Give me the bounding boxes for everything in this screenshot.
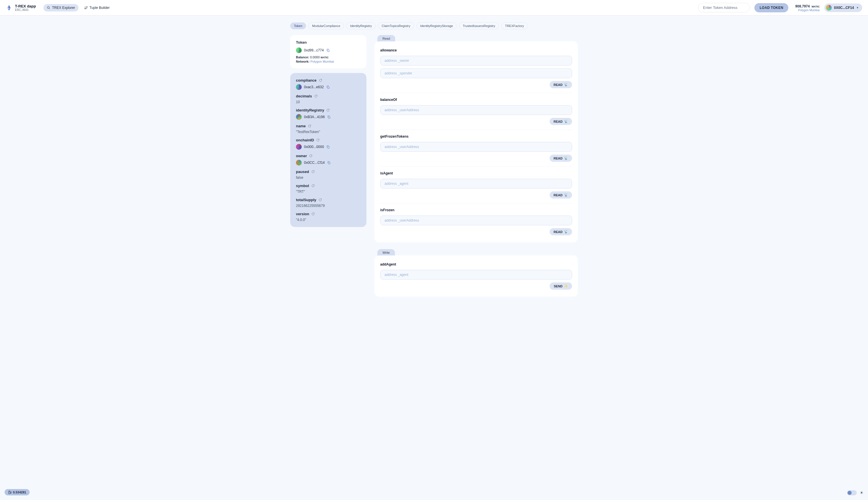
property-name: name bbox=[296, 124, 361, 128]
property-value: 0x0CC...Cf14 bbox=[296, 160, 361, 166]
token-address-row: 0xd99...c774 bbox=[296, 47, 361, 53]
property-decimals: decimals10 bbox=[296, 94, 361, 104]
address-row: 0xB3A...4196 bbox=[296, 114, 361, 120]
refresh-icon[interactable] bbox=[319, 198, 322, 202]
refresh-icon[interactable] bbox=[311, 170, 315, 173]
balance-unit: MATIC bbox=[812, 5, 820, 8]
load-token-button[interactable]: LOAD TOKEN bbox=[754, 3, 788, 12]
nav-label: Tuple Builder bbox=[89, 6, 110, 10]
param-input[interactable] bbox=[380, 142, 572, 152]
identicon-icon bbox=[826, 5, 832, 11]
nav-trex-explorer[interactable]: TREX Explorer bbox=[43, 4, 78, 11]
param-input[interactable] bbox=[380, 270, 572, 280]
tab-trexfactory[interactable]: TREXFactory bbox=[501, 22, 528, 29]
refresh-icon[interactable] bbox=[308, 124, 311, 128]
write-functions-card: addAgentSEND✨ bbox=[375, 255, 578, 297]
tab-token[interactable]: Token bbox=[290, 22, 306, 29]
read-button[interactable]: READ📡 bbox=[549, 228, 572, 235]
property-value: 292166225555679 bbox=[296, 204, 361, 208]
read-button[interactable]: READ📡 bbox=[549, 191, 572, 198]
gas-price-badge[interactable]: 0.534281 bbox=[4, 489, 30, 496]
read-button[interactable]: READ📡 bbox=[549, 118, 572, 125]
param-input[interactable] bbox=[380, 216, 572, 225]
copy-icon[interactable] bbox=[327, 115, 331, 119]
property-paused: pausedfalse bbox=[296, 170, 361, 180]
tab-modularcompliance[interactable]: ModularCompliance bbox=[308, 22, 344, 29]
copy-icon[interactable] bbox=[327, 161, 331, 164]
property-onchainID: onchainID0x000...0000 bbox=[296, 138, 361, 150]
property-value: "TestRexToken" bbox=[296, 130, 361, 134]
builder-icon bbox=[84, 6, 88, 10]
address-short: 0xd99...c774 bbox=[304, 48, 324, 52]
function-name: balanceOf bbox=[380, 98, 572, 102]
copy-icon[interactable] bbox=[326, 145, 330, 149]
read-button[interactable]: READ📡 bbox=[549, 155, 572, 162]
wallet-balance: 908.7974 MATIC Polygon Mumbai bbox=[795, 3, 820, 12]
property-name: version bbox=[296, 212, 361, 216]
tab-identityregistry[interactable]: IdentityRegistry bbox=[346, 22, 376, 29]
read-functions-card: allowanceREAD📡balanceOfREAD📡getFrozenTok… bbox=[375, 41, 578, 242]
address-short: 0xac3...e632 bbox=[304, 85, 324, 89]
token-address-input[interactable] bbox=[698, 3, 750, 12]
function-allowance: allowanceREAD📡 bbox=[380, 44, 572, 93]
identicon-icon bbox=[296, 144, 302, 150]
property-value: 0x000...0000 bbox=[296, 144, 361, 150]
app-header: T-REX dapp ERC-3643 TREX Explorer Tuple … bbox=[0, 0, 868, 15]
function-name: isAgent bbox=[380, 171, 572, 175]
read-button[interactable]: READ📡 bbox=[549, 81, 572, 88]
param-input[interactable] bbox=[380, 56, 572, 66]
contract-tabs: TokenModularComplianceIdentityRegistryCl… bbox=[290, 22, 578, 29]
refresh-icon[interactable] bbox=[311, 184, 315, 188]
wallet-button[interactable]: 0X0C...CF14 ▼ bbox=[824, 3, 862, 12]
property-owner: owner0x0CC...Cf14 bbox=[296, 154, 361, 166]
function-getFrozenTokens: getFrozenTokensREAD📡 bbox=[380, 130, 572, 167]
function-balanceOf: balanceOfREAD📡 bbox=[380, 93, 572, 130]
refresh-icon[interactable] bbox=[316, 138, 320, 142]
refresh-icon[interactable] bbox=[326, 109, 330, 112]
address-short: 0xB3A...4196 bbox=[304, 115, 325, 119]
svg-point-0 bbox=[47, 6, 49, 8]
tab-claimtopicsregistry[interactable]: ClaimTopicsRegistry bbox=[378, 22, 414, 29]
page-content: TokenModularComplianceIdentityRegistryCl… bbox=[290, 15, 578, 320]
address-short: 0x000...0000 bbox=[304, 145, 324, 149]
nav-tuple-builder[interactable]: Tuple Builder bbox=[81, 4, 113, 11]
function-name: addAgent bbox=[380, 262, 572, 266]
copy-icon[interactable] bbox=[326, 48, 330, 52]
property-name: onchainID bbox=[296, 138, 361, 142]
send-button[interactable]: SEND✨ bbox=[549, 283, 572, 289]
function-isFrozen: isFrozenREAD📡 bbox=[380, 203, 572, 240]
property-name: paused bbox=[296, 170, 361, 174]
property-name: decimals bbox=[296, 94, 361, 98]
property-value: false bbox=[296, 175, 361, 180]
param-input[interactable] bbox=[380, 105, 572, 115]
sun-icon: ☀ bbox=[860, 490, 864, 496]
property-value: "TRT" bbox=[296, 190, 361, 194]
property-compliance: compliance0xac3...e632 bbox=[296, 78, 361, 90]
theme-toggle-group: ☀ bbox=[847, 490, 864, 496]
refresh-icon[interactable] bbox=[311, 212, 315, 216]
wallet-short-address: 0X0C...CF14 bbox=[834, 6, 854, 10]
balance-amount: 908.7974 bbox=[795, 4, 810, 8]
copy-icon[interactable] bbox=[326, 86, 330, 89]
theme-switch[interactable] bbox=[847, 490, 857, 496]
identicon-icon bbox=[296, 160, 302, 166]
token-balance-line: Balance: 0.0000 MATIC bbox=[296, 55, 361, 59]
svg-rect-5 bbox=[327, 146, 329, 148]
param-input[interactable] bbox=[380, 179, 572, 189]
refresh-icon[interactable] bbox=[309, 154, 312, 158]
property-value: 0xB3A...4196 bbox=[296, 114, 361, 120]
refresh-icon[interactable] bbox=[319, 79, 322, 82]
property-version: version"4.0.0" bbox=[296, 212, 361, 222]
tab-trustedissuersregistry[interactable]: TrustedIssuersRegistry bbox=[459, 22, 499, 29]
param-input[interactable] bbox=[380, 68, 572, 78]
property-value: 0xac3...e632 bbox=[296, 84, 361, 90]
function-name: allowance bbox=[380, 48, 572, 52]
nav-pills: TREX Explorer Tuple Builder bbox=[43, 4, 113, 11]
tab-identityregistrystorage[interactable]: IdentityRegistryStorage bbox=[416, 22, 457, 29]
refresh-icon[interactable] bbox=[314, 94, 318, 98]
address-short: 0x0CC...Cf14 bbox=[304, 161, 325, 164]
identicon-icon bbox=[296, 84, 302, 90]
property-name: owner bbox=[296, 154, 361, 158]
address-row: 0x000...0000 bbox=[296, 144, 361, 150]
brand-block: T-REX dapp ERC-3643 bbox=[6, 4, 36, 11]
